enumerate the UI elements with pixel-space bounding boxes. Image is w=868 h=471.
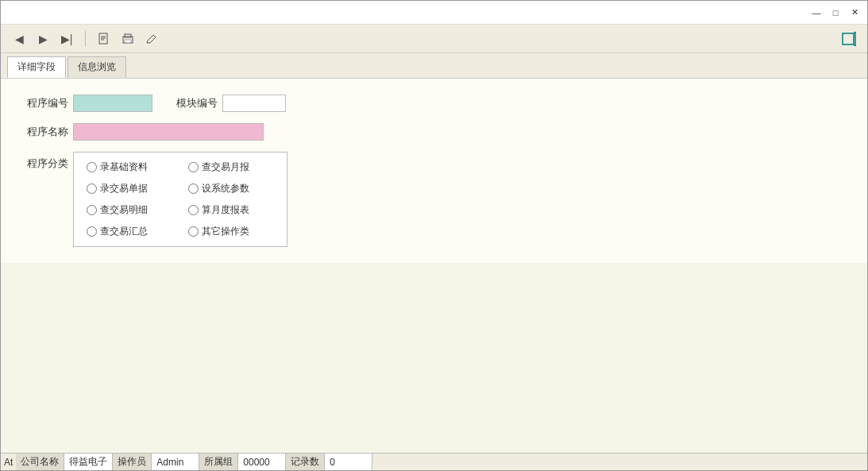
status-bar: At 公司名称 得益电子 操作员 Admin 所属组 00000 记录数 0	[1, 453, 867, 470]
maximize-button[interactable]: □	[829, 6, 842, 19]
records-value: 0	[325, 454, 372, 470]
toolbar: ◀ ▶ ▶|	[1, 25, 867, 53]
classification-section: 程序分类 录基础资料 查交易月报 录交易单据 设系统参数	[25, 152, 843, 247]
toolbar-separator-1	[85, 31, 86, 47]
nav-prev-button[interactable]: ◀	[10, 30, 28, 48]
records-label: 记录数	[286, 454, 325, 470]
window-controls: — □ ✕	[810, 6, 861, 19]
operator-value: Admin	[152, 454, 199, 470]
module-input[interactable]	[222, 95, 286, 112]
tab-detail[interactable]: 详细字段	[7, 56, 66, 78]
code-label: 程序编号	[25, 96, 68, 110]
title-bar: — □ ✕	[1, 1, 867, 25]
group-item: 所属组 00000	[199, 454, 286, 470]
company-value: 得益电子	[64, 454, 113, 470]
group-label: 所属组	[199, 454, 238, 470]
radio-grid: 录基础资料 查交易月报 录交易单据 设系统参数 查交易明细	[87, 160, 274, 238]
svg-line-8	[153, 35, 156, 37]
operator-label: 操作员	[113, 454, 152, 470]
radio-base[interactable]: 录基础资料	[87, 160, 172, 174]
svg-rect-5	[125, 40, 131, 43]
records-item: 记录数 0	[286, 454, 372, 470]
company-label: 公司名称	[16, 454, 64, 470]
group-value: 00000	[238, 454, 286, 470]
tab-browse[interactable]: 信息浏览	[68, 56, 126, 78]
app-icon-button[interactable]	[840, 30, 858, 48]
at-label: At	[1, 457, 16, 468]
code-input[interactable]	[73, 95, 152, 112]
radio-other[interactable]: 其它操作类	[188, 225, 274, 238]
edit-button[interactable]	[143, 30, 160, 48]
operator-item: 操作员 Admin	[113, 454, 199, 470]
radio-month-report[interactable]: 算月度报表	[188, 203, 274, 217]
name-input[interactable]	[73, 123, 264, 141]
radio-trade-detail[interactable]: 查交易明细	[87, 203, 172, 217]
radio-trade-entry[interactable]: 录交易单据	[87, 182, 172, 195]
doc-button[interactable]	[95, 30, 113, 48]
name-row: 程序名称	[25, 123, 843, 141]
company-item: 公司名称 得益电子	[16, 454, 113, 470]
svg-rect-9	[843, 33, 854, 44]
radio-trade-month[interactable]: 查交易月报	[188, 160, 274, 174]
radio-sys-param[interactable]: 设系统参数	[188, 182, 274, 195]
print-button[interactable]	[119, 30, 137, 48]
nav-last-button[interactable]: ▶|	[58, 30, 75, 48]
radio-trade-summary[interactable]: 查交易汇总	[87, 225, 172, 238]
tab-bar: 详细字段 信息浏览	[1, 53, 867, 79]
module-label: 模块编号	[176, 96, 218, 110]
name-label: 程序名称	[25, 125, 68, 139]
main-content: 程序编号 模块编号 程序名称 程序分类 录基础资料 查交易月报 录	[1, 79, 867, 263]
minimize-button[interactable]: —	[810, 6, 823, 19]
class-label: 程序分类	[25, 152, 68, 171]
code-row: 程序编号 模块编号	[25, 95, 843, 112]
nav-next-button[interactable]: ▶	[34, 30, 52, 48]
close-button[interactable]: ✕	[848, 6, 861, 19]
classification-box: 录基础资料 查交易月报 录交易单据 设系统参数 查交易明细	[73, 152, 287, 247]
